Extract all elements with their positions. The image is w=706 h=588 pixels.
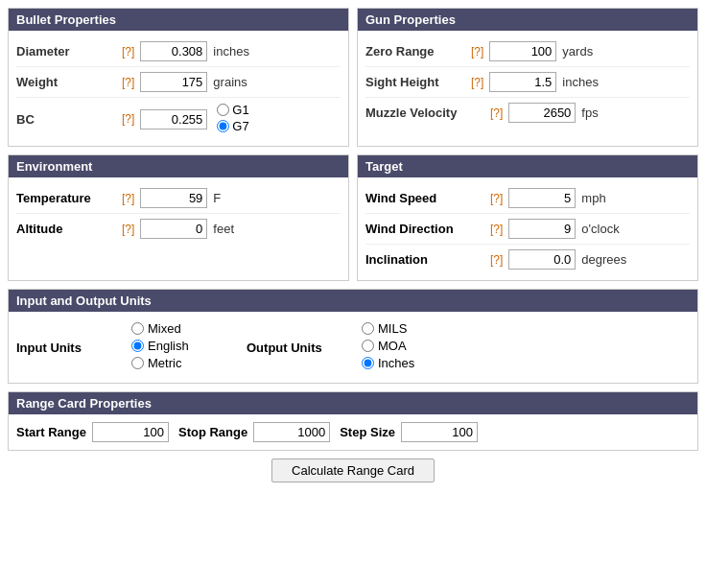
temperature-input[interactable] [140, 188, 207, 208]
input-english-radio[interactable] [131, 340, 144, 352]
calc-row: Calculate Range Card [8, 459, 698, 482]
wind-direction-row: Wind Direction [?] o'clock [365, 214, 690, 245]
weight-input[interactable] [140, 72, 207, 92]
main-container: Bullet Properties Diameter [?] inches We… [8, 8, 698, 482]
input-english-text: English [148, 339, 189, 353]
bullet-panel-body: Diameter [?] inches Weight [?] grains BC… [9, 31, 348, 146]
output-mils-label[interactable]: MILS [362, 321, 690, 336]
wind-speed-input[interactable] [508, 188, 576, 208]
start-range-input[interactable] [92, 422, 169, 442]
altitude-help[interactable]: [?] [122, 223, 134, 236]
sight-height-label: Sight Height [365, 75, 471, 89]
zero-range-row: Zero Range [?] yards [365, 36, 690, 67]
diameter-input[interactable] [140, 41, 207, 61]
gun-panel-header: Gun Properties [358, 9, 697, 31]
start-range-field: Start Range [16, 422, 169, 442]
muzzle-velocity-help[interactable]: [?] [490, 106, 503, 120]
input-mixed-label[interactable]: Mixed [131, 321, 247, 336]
zero-range-unit: yards [562, 44, 600, 59]
weight-label: Weight [16, 75, 122, 89]
input-metric-label[interactable]: Metric [131, 356, 247, 370]
output-mils-text: MILS [378, 321, 407, 336]
zero-range-input[interactable] [489, 41, 556, 61]
stop-range-input[interactable] [253, 422, 330, 442]
wind-speed-label: Wind Speed [365, 191, 490, 205]
inclination-help[interactable]: [?] [490, 253, 503, 267]
input-units-radios: Mixed English Metric [131, 321, 247, 373]
range-card-panel: Range Card Properties Start Range Stop R… [8, 391, 698, 451]
bc-g1-text: G1 [232, 103, 248, 117]
wind-direction-help[interactable]: [?] [490, 223, 503, 236]
output-units-radios: MILS MOA Inches [362, 321, 690, 373]
wind-direction-label: Wind Direction [365, 222, 490, 236]
bullet-properties-panel: Bullet Properties Diameter [?] inches We… [8, 8, 349, 147]
zero-range-label: Zero Range [365, 44, 471, 59]
units-panel: Input and Output Units Input Units Mixed… [8, 289, 698, 384]
diameter-unit: inches [213, 44, 251, 59]
wind-direction-unit: o'clock [581, 222, 620, 236]
sight-height-row: Sight Height [?] inches [365, 67, 690, 98]
environment-panel: Environment Temperature [?] F Altitude [… [8, 154, 349, 281]
output-inches-label[interactable]: Inches [362, 356, 690, 370]
sight-height-help[interactable]: [?] [471, 76, 483, 89]
zero-range-help[interactable]: [?] [471, 45, 483, 59]
altitude-row: Altitude [?] feet [16, 214, 341, 244]
stop-range-field: Stop Range [178, 422, 330, 442]
muzzle-velocity-input[interactable] [508, 103, 576, 123]
altitude-unit: feet [213, 222, 251, 236]
altitude-label: Altitude [16, 222, 122, 236]
wind-direction-input[interactable] [508, 219, 576, 239]
input-units-label: Input Units [16, 341, 131, 355]
environment-panel-header: Environment [9, 155, 348, 177]
temperature-help[interactable]: [?] [122, 192, 134, 205]
stop-range-label: Stop Range [178, 425, 247, 439]
weight-unit: grains [213, 75, 251, 89]
bc-g7-label[interactable]: G7 [217, 119, 248, 133]
bc-input[interactable] [140, 109, 207, 129]
units-panel-header: Input and Output Units [9, 290, 697, 312]
diameter-row: Diameter [?] inches [16, 36, 341, 67]
bc-input-area: G1 G7 [140, 103, 248, 135]
top-panels-row: Bullet Properties Diameter [?] inches We… [8, 8, 698, 147]
bc-radio-group: G1 G7 [217, 103, 248, 135]
temperature-label: Temperature [16, 191, 122, 205]
start-range-label: Start Range [16, 425, 86, 439]
temperature-unit: F [213, 191, 251, 205]
calculate-button[interactable]: Calculate Range Card [271, 459, 435, 482]
muzzle-velocity-row: Muzzle Velocity [?] fps [365, 98, 690, 128]
output-moa-radio[interactable] [362, 340, 374, 352]
wind-speed-unit: mph [581, 191, 620, 205]
input-mixed-text: Mixed [148, 321, 181, 336]
bc-g1-label[interactable]: G1 [217, 103, 248, 117]
range-card-body: Start Range Stop Range Step Size [9, 414, 697, 450]
environment-panel-title: Environment [16, 159, 92, 174]
output-mils-radio[interactable] [362, 322, 374, 335]
output-moa-label[interactable]: MOA [362, 339, 690, 353]
bullet-panel-title: Bullet Properties [16, 12, 116, 27]
output-inches-radio[interactable] [362, 357, 374, 369]
altitude-input[interactable] [140, 219, 207, 239]
inclination-input[interactable] [508, 249, 576, 270]
step-size-label: Step Size [340, 425, 395, 439]
muzzle-velocity-unit: fps [581, 106, 620, 120]
bc-label: BC [16, 112, 122, 127]
input-metric-radio[interactable] [131, 357, 144, 369]
range-card-title: Range Card Properties [16, 396, 152, 411]
bc-help[interactable]: [?] [122, 112, 134, 126]
input-english-label[interactable]: English [131, 339, 247, 353]
output-inches-text: Inches [378, 356, 414, 370]
target-panel-header: Target [358, 155, 697, 177]
target-panel: Target Wind Speed [?] mph Wind Direction… [357, 154, 698, 281]
diameter-label: Diameter [16, 44, 122, 59]
weight-help[interactable]: [?] [122, 76, 134, 89]
bc-g7-radio[interactable] [217, 120, 229, 132]
sight-height-input[interactable] [489, 72, 556, 92]
diameter-help[interactable]: [?] [122, 45, 134, 59]
input-mixed-radio[interactable] [131, 322, 144, 335]
wind-speed-help[interactable]: [?] [490, 192, 503, 205]
bc-g1-radio[interactable] [217, 104, 229, 116]
units-panel-title: Input and Output Units [16, 294, 152, 308]
step-size-input[interactable] [401, 422, 478, 442]
step-size-field: Step Size [340, 422, 478, 442]
weight-row: Weight [?] grains [16, 67, 341, 98]
